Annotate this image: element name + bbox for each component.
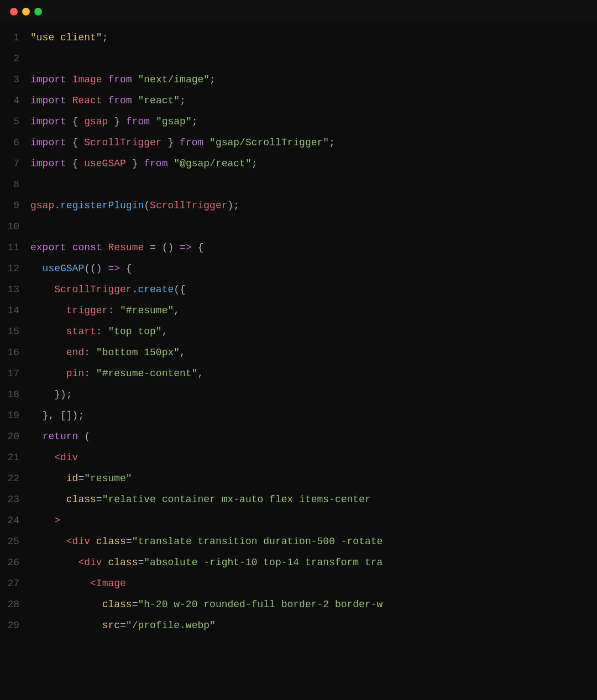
code-line: 16 end: "bottom 150px", [0, 344, 597, 365]
line-number: 15 [0, 324, 30, 340]
token [102, 74, 108, 85]
token: useGSAP [43, 263, 85, 274]
line-content [30, 51, 597, 67]
token: from [108, 74, 132, 85]
token: : [84, 347, 96, 358]
token: { [66, 116, 84, 127]
token: "gsap/ScrollTrigger" [210, 137, 329, 148]
code-line: 28 class="h-20 w-20 rounded-full border-… [0, 596, 597, 617]
token [30, 620, 102, 631]
token: , [162, 326, 168, 337]
token: } [162, 137, 180, 148]
line-number: 19 [0, 408, 30, 424]
token [30, 557, 78, 568]
token: "gsap" [156, 116, 192, 127]
line-number: 3 [0, 72, 30, 88]
code-line: 22 id="resume" [0, 470, 597, 491]
token [102, 557, 108, 568]
minimize-button[interactable] [22, 8, 30, 15]
line-content: export const Resume = () => { [30, 240, 597, 256]
line-number: 6 [0, 135, 30, 151]
code-line: 23 class="relative container mx-auto fle… [0, 491, 597, 512]
line-number: 13 [0, 282, 30, 298]
line-number: 28 [0, 597, 30, 613]
maximize-button[interactable] [34, 8, 42, 15]
token: ; [180, 95, 186, 106]
token: ; [210, 74, 216, 85]
line-content: import React from "react"; [30, 93, 597, 109]
token: "next/image" [138, 74, 210, 85]
line-number: 23 [0, 492, 30, 508]
line-content: class="h-20 w-20 rounded-full border-2 b… [30, 597, 597, 613]
token: }, []); [30, 410, 84, 421]
token: "absolute -right-10 top-14 transform tra [144, 557, 383, 568]
line-number: 12 [0, 261, 30, 277]
code-line: 18 }); [0, 386, 597, 407]
token: = [138, 557, 144, 568]
token [132, 95, 138, 106]
token: ScrollTrigger [150, 200, 227, 211]
line-number: 22 [0, 471, 30, 487]
line-content: import { useGSAP } from "@gsap/react"; [30, 156, 597, 172]
token: import [30, 74, 66, 85]
token [66, 95, 72, 106]
token: import [30, 95, 66, 106]
code-line: 14 trigger: "#resume", [0, 302, 597, 323]
code-line: 20 return ( [0, 428, 597, 449]
token [66, 242, 72, 253]
code-line: 17 pin: "#resume-content", [0, 365, 597, 386]
token: ; [329, 137, 335, 148]
code-line: 4import React from "react"; [0, 92, 597, 113]
token: from [180, 137, 203, 148]
token: src [102, 620, 120, 631]
line-number: 29 [0, 618, 30, 634]
line-content: ScrollTrigger.create({ [30, 282, 597, 298]
token: , [174, 305, 180, 316]
code-line: 21 <div [0, 449, 597, 470]
token: start [66, 326, 96, 337]
token: "use client" [30, 32, 102, 43]
line-number: 11 [0, 240, 30, 256]
token: import [30, 158, 66, 169]
token: class [96, 536, 126, 547]
line-content: "use client"; [30, 30, 597, 46]
token [102, 95, 108, 106]
token: Resume [108, 242, 144, 253]
line-content: import { gsap } from "gsap"; [30, 114, 597, 130]
title-bar [0, 0, 597, 23]
line-number: 9 [0, 198, 30, 214]
token: ScrollTrigger [84, 137, 161, 148]
token: (() [84, 263, 108, 274]
token: "/profile.webp" [126, 620, 216, 631]
token: <div [66, 536, 90, 547]
line-number: 17 [0, 366, 30, 382]
token: : [96, 326, 108, 337]
token: gsap [84, 116, 108, 127]
line-content: <div class="absolute -right-10 top-14 tr… [30, 555, 597, 571]
token [30, 494, 66, 505]
code-line: 19 }, []); [0, 407, 597, 428]
token: import [30, 137, 66, 148]
token [30, 599, 102, 610]
token: }); [30, 389, 72, 400]
token [30, 347, 66, 358]
line-content [30, 219, 597, 235]
token: "h-20 w-20 rounded-full border-2 border-… [138, 599, 383, 610]
close-button[interactable] [10, 8, 18, 15]
token [30, 305, 66, 316]
token [167, 158, 174, 169]
line-number: 16 [0, 345, 30, 361]
token: ScrollTrigger [54, 284, 132, 295]
token: = [96, 494, 102, 505]
line-content: import Image from "next/image"; [30, 72, 597, 88]
token: registerPlugin [60, 200, 144, 211]
token [30, 326, 66, 337]
code-line: 2 [0, 50, 597, 71]
line-content: gsap.registerPlugin(ScrollTrigger); [30, 198, 597, 214]
token: "translate transition duration-500 -rota… [132, 536, 383, 547]
token: { [120, 263, 132, 274]
code-line: 11export const Resume = () => { [0, 239, 597, 260]
token: "relative container mx-auto flex items-c… [102, 494, 377, 505]
token: id [66, 473, 78, 484]
token [30, 536, 66, 547]
